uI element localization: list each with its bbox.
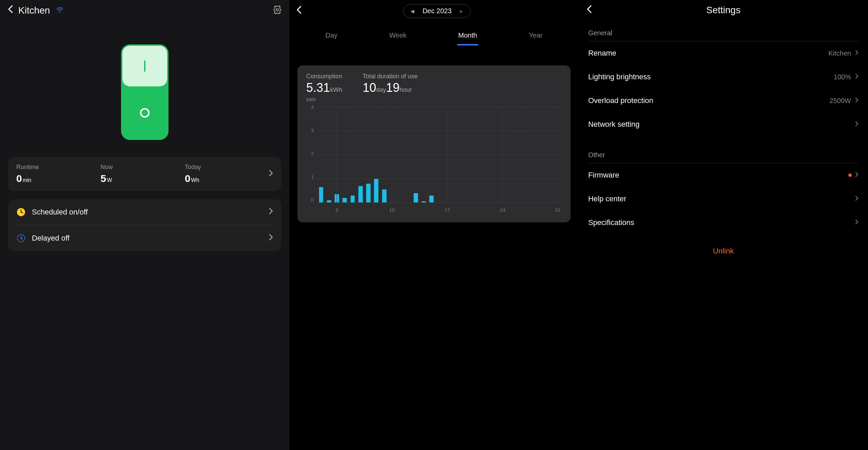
stat-now: Now 5W [100,164,184,184]
clock-icon [16,207,26,217]
action-label: Delayed off [32,234,269,243]
alert-dot-icon [848,173,852,177]
tab-year[interactable]: Year [525,28,547,45]
gear-icon[interactable] [273,5,282,16]
section-general: General [588,24,859,41]
setting-specs[interactable]: Specifications [588,211,859,234]
stat-value: 0min [16,173,100,184]
tab-week[interactable]: Week [385,28,411,45]
stat-label: Today [185,164,269,171]
scheduled-onoff-row[interactable]: Scheduled on/off [8,199,281,225]
setting-value: Kitchen [828,49,851,57]
switch-off-half[interactable] [122,86,167,139]
sum-value: 5.31kWh [306,81,342,95]
chart-bar [319,187,323,203]
chart-bar [374,179,378,203]
setting-rename[interactable]: Rename Kitchen [588,41,859,65]
settings-list: General Rename Kitchen Lighting brightne… [579,20,868,255]
sum-value: 10day19hour [362,81,417,95]
svg-point-1 [276,8,279,11]
sum-label: Consumption [306,73,342,80]
x-axis: 310172431 [317,205,561,213]
duration-block: Total duration of use 10day19hour [362,73,417,95]
y-tick: 4 [306,104,314,110]
setting-label: Rename [588,49,829,58]
action-label: Scheduled on/off [32,208,269,217]
section-other: Other [588,146,859,163]
back-icon[interactable] [296,5,302,17]
stat-label: Runtime [16,164,100,171]
settings-header: Settings [579,0,868,20]
chart-summary: Consumption 5.31kWh Total duration of us… [306,73,561,95]
setting-value: 100% [834,73,851,81]
setting-help[interactable]: Help center [588,187,859,211]
stat-value: 0Wh [185,173,269,184]
y-tick: 2 [306,151,314,156]
setting-brightness[interactable]: Lighting brightness 100% [588,65,859,89]
next-period-icon[interactable]: ▶ [460,8,463,14]
device-title: Kitchen [18,5,50,16]
setting-label: Specifications [588,218,855,227]
chevron-right-icon [269,208,273,217]
prev-period-icon[interactable]: ◀ [411,8,414,14]
svg-point-0 [59,11,60,13]
y-axis: 43210 [306,104,314,203]
chevron-right-icon [269,170,273,179]
chart-bars [317,107,561,203]
setting-firmware[interactable]: Firmware [588,163,859,187]
setting-label: Lighting brightness [588,73,834,81]
chart-bar [382,189,387,203]
chart-area: 43210 310172431 [306,104,561,213]
period-tabs: Day Week Month Year [289,22,578,46]
delayed-off-row[interactable]: Delayed off [16,225,273,251]
y-unit-label: kWh [306,97,561,102]
chevron-right-icon [855,74,859,81]
chevron-right-icon [855,196,859,203]
period-label: Dec 2023 [422,7,452,15]
stats-panel: ◀ Dec 2023 ▶ Day Week Month Year Consump… [289,0,578,450]
chevron-right-icon [269,234,273,243]
chevron-right-icon [855,121,859,128]
unlink-button[interactable]: Unlink [588,247,859,255]
chart-plot [317,107,561,203]
y-tick: 3 [306,128,314,133]
x-tick: 24 [500,207,506,213]
sum-label: Total duration of use [362,73,417,80]
chart-bar [342,198,347,203]
tab-month[interactable]: Month [454,28,481,45]
timer-icon [16,233,26,243]
stat-runtime: Runtime 0min [16,164,100,184]
setting-value: 2500W [830,97,851,105]
y-tick: 1 [306,174,314,180]
switch-on-half[interactable] [122,46,167,86]
stat-value: 5W [100,173,184,184]
chart-card: Consumption 5.31kWh Total duration of us… [297,65,570,222]
setting-label: Help center [588,195,855,203]
device-panel: Kitchen Runtime 0min Now 5W Today 0Wh [0,0,289,450]
chart-bar [351,196,355,203]
chart-bar [414,193,418,203]
stats-header: ◀ Dec 2023 ▶ [289,0,578,22]
back-icon[interactable] [7,5,14,16]
x-tick: 10 [389,207,395,213]
chevron-right-icon [855,97,859,104]
setting-label: Overload protection [588,96,830,105]
chart-bar [358,186,363,203]
actions-card: Scheduled on/off Delayed off [8,199,281,251]
wifi-icon [56,7,63,14]
x-tick: 3 [335,207,338,213]
back-icon[interactable] [586,5,592,16]
stats-card[interactable]: Runtime 0min Now 5W Today 0Wh [8,157,281,191]
chart-bar [429,196,434,203]
setting-label: Firmware [588,171,848,180]
period-selector[interactable]: ◀ Dec 2023 ▶ [403,4,471,18]
switch-container [0,44,289,140]
tab-day[interactable]: Day [321,28,342,45]
setting-network[interactable]: Network setting [588,112,859,136]
settings-panel: Settings General Rename Kitchen Lighting… [579,0,868,450]
setting-overload[interactable]: Overload protection 2500W [588,89,859,112]
chevron-right-icon [855,219,859,226]
setting-label: Network setting [588,120,855,129]
x-tick: 31 [555,207,561,213]
power-switch[interactable] [121,44,169,140]
